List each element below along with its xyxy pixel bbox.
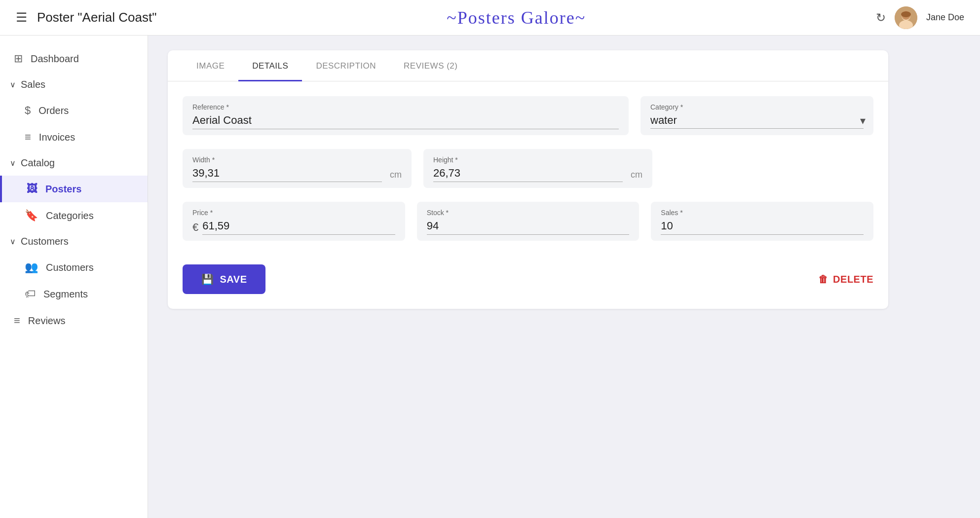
username-label: Jane Doe [926, 12, 964, 23]
form-row-1: Reference * Category * water nature city… [183, 96, 873, 135]
save-label: SAVE [220, 274, 247, 285]
sales-field: Sales * [651, 202, 873, 241]
customers-icon: 👥 [25, 261, 38, 274]
orders-icon: $ [25, 104, 31, 117]
sidebar-item-categories[interactable]: 🔖 Categories [0, 202, 148, 229]
sidebar: ⊞ Dashboard ∨ Sales $ Orders ≡ Invoices … [0, 36, 148, 518]
delete-label: DELETE [833, 274, 873, 285]
stock-field: Stock * [417, 202, 640, 241]
svg-point-4 [901, 11, 911, 17]
main-content: IMAGE DETAILS DESCRIPTION REVIEWS (2) Re… [148, 36, 980, 518]
category-select[interactable]: water nature city abstract [650, 114, 864, 129]
price-label: Price * [192, 209, 395, 217]
categories-icon: 🔖 [25, 209, 38, 222]
avatar[interactable] [895, 6, 917, 29]
sidebar-label-segments: Segments [43, 289, 88, 300]
height-unit: cm [631, 170, 642, 180]
width-input[interactable] [192, 167, 382, 182]
price-field: Price * € [183, 202, 405, 241]
height-input[interactable] [433, 167, 623, 182]
category-field: Category * water nature city abstract ▾ [641, 96, 873, 135]
tab-description[interactable]: DESCRIPTION [302, 50, 390, 81]
dashboard-icon: ⊞ [14, 52, 23, 65]
sidebar-item-customers[interactable]: 👥 Customers [0, 254, 148, 281]
sidebar-item-segments[interactable]: 🏷 Segments [0, 281, 148, 307]
segments-icon: 🏷 [25, 288, 36, 300]
sidebar-label-dashboard: Dashboard [31, 53, 79, 65]
spacer-row2 [664, 149, 873, 188]
menu-icon[interactable]: ☰ [16, 10, 27, 25]
tab-bar: IMAGE DETAILS DESCRIPTION REVIEWS (2) [168, 50, 888, 81]
action-row: 💾 SAVE 🗑 DELETE [168, 255, 888, 294]
width-unit: cm [390, 170, 402, 180]
chevron-customers-icon: ∨ [10, 237, 16, 246]
sidebar-section-sales[interactable]: ∨ Sales [0, 72, 148, 97]
tab-image[interactable]: IMAGE [183, 50, 238, 81]
sidebar-label-posters: Posters [45, 184, 81, 195]
topbar: ☰ Poster "Aerial Coast" ~Posters Galore~… [0, 0, 980, 36]
reviews-icon: ≡ [14, 314, 20, 327]
sidebar-label-customers-section: Customers [21, 236, 69, 247]
invoices-icon: ≡ [25, 131, 31, 144]
sidebar-label-invoices: Invoices [39, 132, 75, 143]
topbar-right: ↻ Jane Doe [876, 6, 964, 29]
chevron-catalog-icon: ∨ [10, 158, 16, 168]
sidebar-item-orders[interactable]: $ Orders [0, 97, 148, 124]
sidebar-item-posters[interactable]: 🖼 Posters [0, 176, 148, 202]
price-wrapper: € [192, 220, 395, 235]
detail-card: IMAGE DETAILS DESCRIPTION REVIEWS (2) Re… [168, 50, 888, 309]
width-label: Width * [192, 156, 402, 164]
avatar-image [895, 6, 917, 29]
category-label: Category * [650, 103, 864, 111]
sidebar-label-customers: Customers [46, 262, 94, 273]
sidebar-label-orders: Orders [38, 105, 69, 116]
sidebar-label-reviews: Reviews [28, 315, 66, 327]
sidebar-label-sales: Sales [21, 79, 45, 90]
reference-input[interactable] [192, 114, 619, 129]
refresh-icon[interactable]: ↻ [876, 11, 886, 25]
stock-input[interactable] [427, 220, 630, 235]
posters-icon: 🖼 [27, 183, 38, 195]
price-input[interactable] [202, 220, 395, 235]
height-field: Height * cm [423, 149, 652, 188]
sidebar-item-reviews[interactable]: ≡ Reviews [0, 307, 148, 334]
save-button[interactable]: 💾 SAVE [183, 264, 265, 294]
sidebar-section-catalog[interactable]: ∨ Catalog [0, 150, 148, 176]
sales-input[interactable] [661, 220, 864, 235]
tab-reviews[interactable]: REVIEWS (2) [390, 50, 471, 81]
form-row-2: Width * cm Height * cm [183, 149, 873, 188]
chevron-sales-icon: ∨ [10, 80, 16, 89]
brand-logo: ~Posters Galore~ [156, 7, 875, 28]
currency-symbol: € [192, 221, 198, 234]
page-title: Poster "Aerial Coast" [37, 10, 156, 25]
sidebar-item-invoices[interactable]: ≡ Invoices [0, 124, 148, 150]
delete-button[interactable]: 🗑 DELETE [818, 274, 873, 285]
form-body: Reference * Category * water nature city… [168, 81, 888, 241]
save-icon: 💾 [201, 273, 214, 285]
reference-field: Reference * [183, 96, 629, 135]
sidebar-section-customers[interactable]: ∨ Customers [0, 229, 148, 254]
sidebar-label-catalog: Catalog [21, 157, 55, 169]
sidebar-label-categories: Categories [46, 210, 94, 222]
stock-label: Stock * [427, 209, 630, 217]
form-row-3: Price * € Stock * Sales * [183, 202, 873, 241]
layout: ⊞ Dashboard ∨ Sales $ Orders ≡ Invoices … [0, 36, 980, 518]
height-label: Height * [433, 156, 642, 164]
sidebar-item-dashboard[interactable]: ⊞ Dashboard [0, 45, 148, 72]
reference-label: Reference * [192, 103, 619, 111]
tab-details[interactable]: DETAILS [238, 50, 302, 81]
sales-label: Sales * [661, 209, 864, 217]
width-field: Width * cm [183, 149, 412, 188]
delete-icon: 🗑 [818, 274, 829, 285]
